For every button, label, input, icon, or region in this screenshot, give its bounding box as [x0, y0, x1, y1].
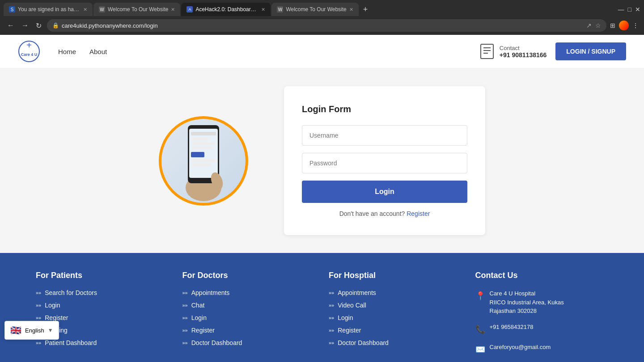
- tab-1-close[interactable]: ✕: [83, 7, 87, 13]
- username-input[interactable]: [302, 125, 467, 146]
- footer-address-text: Care 4 U HospitalRIICO Industrial Area, …: [490, 289, 564, 316]
- contact-icon: [479, 43, 495, 59]
- chevron-down-icon: ▼: [48, 327, 53, 333]
- footer-email: ✉️ Careforyou@gmail.com: [475, 343, 609, 356]
- footer-doctors-title: For Doctors: [182, 271, 316, 280]
- website-content: + Care 4 U Home About Co: [0, 35, 644, 362]
- svg-text:+: +: [26, 40, 32, 50]
- profile-avatar[interactable]: [619, 21, 629, 30]
- logo-icon: + Care 4 U: [18, 40, 40, 63]
- footer-hospital: For Hosptial Appointments Video Call Log…: [329, 271, 462, 362]
- tab-1-label: You are signed in as hack9: [18, 6, 80, 13]
- register-prompt: Don't have an account? Register: [302, 210, 467, 217]
- address-bar: ← → ↻ 🔒 care4ukid.pythonanywhere.com/log…: [0, 16, 644, 35]
- header-right: Contact +91 9081138166 LOGIN / SIGNUP: [479, 42, 626, 60]
- login-button[interactable]: Login: [302, 181, 467, 203]
- hero-circle: [159, 116, 248, 206]
- svg-rect-3: [481, 44, 493, 59]
- footer-link-patient-dashboard[interactable]: Patient Dashboard: [36, 339, 169, 346]
- tab-3-label: AceHack2.0: Dashboard | Devfol...: [195, 6, 258, 13]
- register-link[interactable]: Register: [407, 210, 430, 217]
- svg-rect-16: [191, 164, 211, 166]
- menu-button[interactable]: ⋮: [632, 22, 639, 29]
- contact-phone: +91 9081138166: [500, 51, 547, 59]
- tab-3[interactable]: A AceHack2.0: Dashboard | Devfol... ✕: [181, 3, 271, 16]
- footer-link-register-doctor[interactable]: Register: [182, 327, 316, 334]
- new-tab-button[interactable]: +: [360, 5, 372, 14]
- tab-2[interactable]: W Welcome To Our Website ✕: [93, 3, 180, 16]
- refresh-button[interactable]: ↻: [34, 21, 43, 31]
- flag-icon: 🇬🇧: [10, 325, 21, 336]
- tab-1[interactable]: S You are signed in as hack9 ✕: [4, 3, 93, 16]
- footer-phone-text: +91 9658432178: [490, 323, 534, 332]
- footer-address: 📍 Care 4 U HospitalRIICO Industrial Area…: [475, 289, 609, 316]
- extensions-button[interactable]: ⊞: [610, 22, 615, 29]
- footer-link-login-hospital[interactable]: Login: [329, 314, 462, 321]
- language-selector[interactable]: 🇬🇧 English ▼: [4, 321, 59, 340]
- minimize-button[interactable]: —: [618, 6, 624, 13]
- url-bar[interactable]: 🔒 care4ukid.pythonanywhere.com/login ↗ ☆: [47, 19, 606, 32]
- footer-link-doctor-dashboard[interactable]: Doctor Dashboard: [182, 339, 316, 346]
- footer-link-appointments-hospital[interactable]: Appointments: [329, 289, 462, 296]
- back-button[interactable]: ←: [5, 21, 16, 30]
- svg-rect-10: [191, 132, 216, 135]
- footer-contact-title: Contact Us: [475, 271, 609, 280]
- contact-area: Contact +91 9081138166: [479, 43, 547, 59]
- nav-about[interactable]: About: [89, 48, 107, 55]
- close-button[interactable]: ✕: [635, 6, 640, 13]
- footer-email-text: Careforyou@gmail.com: [490, 343, 551, 352]
- main-content: Login Form Login Don't have an account? …: [0, 68, 644, 253]
- login-form: Login Form Login Don't have an account? …: [284, 86, 485, 235]
- footer-link-search-doctors[interactable]: Search for Doctors: [36, 289, 169, 296]
- url-actions: ↗ ☆: [586, 22, 601, 29]
- lock-icon: 🔒: [52, 22, 59, 29]
- footer-link-chat[interactable]: Chat: [182, 302, 316, 309]
- nav-links: Home About: [58, 48, 479, 55]
- footer-contact: Contact Us 📍 Care 4 U HospitalRIICO Indu…: [475, 271, 609, 362]
- tab-4-close[interactable]: ✕: [349, 7, 353, 13]
- login-signup-button[interactable]: LOGIN / SIGNUP: [555, 42, 626, 60]
- hero-image: [159, 112, 248, 210]
- no-account-text: Don't have an account?: [339, 210, 405, 217]
- location-icon: 📍: [475, 290, 485, 302]
- svg-rect-11: [191, 138, 209, 140]
- footer-link-login-patient[interactable]: Login: [36, 302, 169, 309]
- site-header: + Care 4 U Home About Co: [0, 35, 644, 68]
- maximize-button[interactable]: □: [628, 6, 631, 13]
- tab-4-label: Welcome To Our Website: [286, 6, 346, 13]
- svg-rect-12: [191, 142, 216, 145]
- form-title: Login Form: [302, 104, 467, 114]
- tab-2-label: Welcome To Our Website: [108, 6, 168, 13]
- browser-chrome: S You are signed in as hack9 ✕ W Welcome…: [0, 0, 644, 35]
- footer-link-appointments-doctor[interactable]: Appointments: [182, 289, 316, 296]
- tab-2-close[interactable]: ✕: [171, 7, 175, 13]
- footer-hospital-title: For Hosptial: [329, 271, 462, 280]
- svg-text:Care 4 U: Care 4 U: [21, 52, 38, 57]
- forward-button[interactable]: →: [20, 21, 30, 30]
- footer-link-register-patient[interactable]: Register: [36, 314, 169, 321]
- contact-label: Contact: [500, 45, 547, 51]
- phone-icon: 📞: [475, 324, 485, 336]
- footer: For Patients Search for Doctors Login Re…: [0, 253, 644, 362]
- nav-home[interactable]: Home: [58, 48, 76, 55]
- footer-doctors: For Doctors Appointments Chat Login Regi…: [182, 271, 316, 362]
- tab-bar: S You are signed in as hack9 ✕ W Welcome…: [0, 0, 644, 16]
- browser-actions: ⊞ ⋮: [610, 21, 639, 30]
- footer-link-video-call[interactable]: Video Call: [329, 302, 462, 309]
- footer-phone: 📞 +91 9658432178: [475, 323, 609, 336]
- footer-doctors-list: Appointments Chat Login Register Doctor …: [182, 289, 316, 346]
- footer-hospital-list: Appointments Video Call Login Register D…: [329, 289, 462, 346]
- footer-link-doctor-dashboard-hospital[interactable]: Doctor Dashboard: [329, 339, 462, 346]
- tab-3-close[interactable]: ✕: [261, 7, 265, 13]
- footer-link-login-doctor[interactable]: Login: [182, 314, 316, 321]
- bookmark-icon[interactable]: ☆: [595, 22, 601, 29]
- tab-4[interactable]: W Welcome To Our Website ✕: [271, 3, 358, 16]
- email-icon: ✉️: [475, 344, 485, 356]
- svg-rect-14: [191, 152, 204, 157]
- footer-patients-title: For Patients: [36, 271, 169, 280]
- share-icon[interactable]: ↗: [586, 22, 592, 29]
- footer-link-register-hospital[interactable]: Register: [329, 327, 462, 334]
- svg-rect-13: [191, 147, 213, 149]
- logo-area: + Care 4 U: [18, 40, 40, 63]
- password-input[interactable]: [302, 153, 467, 173]
